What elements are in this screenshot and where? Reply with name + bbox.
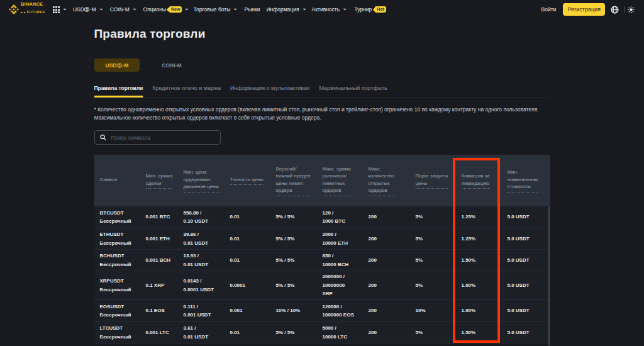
table-cell-3-4: 5% / 5% <box>270 271 317 299</box>
table-cell-1-4: 5% / 5% <box>270 228 317 249</box>
trading-rules-note: * Количество одновременно открытых услов… <box>94 106 550 122</box>
table-cell-2-5: 850 / 10000 BCH <box>317 250 363 271</box>
market-tabs: USDS-MCOIN-M <box>94 59 550 72</box>
nav-item-label: Опционы <box>143 6 166 13</box>
table-cell-0-7: 5% <box>410 206 456 228</box>
table-cell-4-4: 10% / 10% <box>270 300 317 321</box>
chevron-down-icon <box>132 7 137 12</box>
table-cell-4-5: 120000 / 1000000 EOS <box>317 300 363 321</box>
table-cell-2-0: BCHUSDT Бессрочный <box>94 250 140 271</box>
main-nav: USDS-MCOIN-MОпционыNewТорговые ботыРынки… <box>73 6 386 13</box>
table-cell-1-1: 0.001 ETH <box>140 228 178 249</box>
table-cell-0-2: 556.80 / 0.10 USDT <box>178 206 225 228</box>
language-button[interactable] <box>611 6 619 14</box>
nav-item-label: Турнир <box>355 6 372 13</box>
table-header-cell-5: Макс. сумма рыночных/ лимитных ордеров <box>317 165 363 196</box>
symbol-search-input[interactable] <box>111 135 214 141</box>
chevron-down-icon <box>233 7 238 12</box>
section-tab-1[interactable]: Кредитное плечо и маржа <box>152 84 221 98</box>
login-link[interactable]: Войти <box>541 6 557 13</box>
market-tab-1[interactable]: COIN-M <box>150 59 192 72</box>
table-cell-5-1: 0.001 LTC <box>140 322 178 343</box>
nav-item-2[interactable]: ОпционыNew <box>143 6 190 13</box>
table-header-cell-7: Порог защиты цены <box>410 172 456 189</box>
nav-badge-new: New <box>169 6 182 13</box>
table-header-cell-3: Точность цены <box>225 176 270 186</box>
table-cell-5-9: 5.0 USDT <box>502 322 550 343</box>
binance-futures-logo[interactable]: BINANCE FUTURES <box>9 2 45 18</box>
table-cell-0-9: 5.0 USDT <box>502 206 550 228</box>
table-vertical-scrollbar[interactable] <box>548 206 550 346</box>
table-cell-4-6: 200 <box>363 300 410 321</box>
table-cell-1-9: 5.0 USDT <box>502 228 550 249</box>
symbol-search-box[interactable] <box>94 130 221 145</box>
table-cell-0-1: 0.001 BTC <box>140 206 178 228</box>
chevron-down-icon <box>302 7 307 12</box>
table-header-cell-8: Комиссия за ликвидацию <box>456 172 502 189</box>
table-cell-5-7: 5% <box>410 322 456 343</box>
market-tab-0[interactable]: USDS-M <box>94 59 140 72</box>
table-row-4: EOSUSDT Бессрочный0.1 EOS0.111 / 0.001 U… <box>94 300 550 322</box>
table-cell-3-6: 200 <box>363 271 410 299</box>
section-tabs: Правила торговлиКредитное плечо и маржаИ… <box>94 84 550 98</box>
table-cell-5-2: 3.61 / 0.01 USDT <box>178 322 225 343</box>
page-title: Правила торговли <box>94 27 550 41</box>
table-cell-2-9: 5.0 USDT <box>502 250 550 271</box>
apps-grid-menu[interactable] <box>53 6 67 13</box>
topbar-left: BINANCE FUTURES USDS-MCOIN-MОпционыNewТо… <box>9 2 541 18</box>
table-row-0: BTCUSDT Бессрочный0.001 BTC556.80 / 0.10… <box>94 206 550 228</box>
register-button[interactable]: Регистрация <box>563 3 605 16</box>
table-cell-2-1: 0.001 BCH <box>140 250 178 271</box>
table-header-label: Макс. количество открытых ордеров <box>369 165 394 196</box>
table-cell-4-0: EOSUSDT Бессрочный <box>94 300 140 321</box>
section-tab-3[interactable]: Маржинальный портфель <box>319 84 387 98</box>
nav-item-label: USDS-M <box>73 6 96 13</box>
table-header-label: Мин. номинальная стоимость <box>508 169 538 193</box>
nav-item-6[interactable]: Активность <box>312 6 348 13</box>
table-cell-3-8: 1.00% <box>456 271 502 299</box>
table-cell-2-6: 200 <box>363 250 410 271</box>
nav-item-label: Рынки <box>245 6 260 13</box>
search-icon <box>100 134 106 141</box>
table-cell-5-4: 5% / 5% <box>270 322 317 343</box>
table-cell-4-7: 10% <box>410 300 456 321</box>
nav-item-5[interactable]: Информация <box>266 6 306 13</box>
nav-item-0[interactable]: USDS-M <box>73 6 104 13</box>
table-cell-4-9: 5.0 USDT <box>502 300 550 321</box>
theme-toggle-button[interactable] <box>628 6 635 13</box>
topbar-separator <box>625 6 625 13</box>
nav-item-1[interactable]: COIN-M <box>110 6 137 13</box>
table-cell-4-3: 0.001 <box>225 300 270 321</box>
table-header-label: Верхний/ нижний предел цены лимит- ордер… <box>276 165 311 196</box>
chevron-down-icon <box>99 7 104 12</box>
binance-logo-icon <box>9 4 19 14</box>
nav-item-7[interactable]: ТурнирHot <box>355 6 386 13</box>
table-row-5: LTCUSDT Бессрочный0.001 LTC3.61 / 0.01 U… <box>94 322 550 343</box>
table-cell-1-6: 200 <box>363 228 410 249</box>
table-cell-5-5: 5000 / 10000 LTC <box>317 322 363 343</box>
table-cell-3-9: 5.0 USDT <box>502 271 550 299</box>
table-header-cell-2: Мин. цена ордера/мин. движение цены <box>178 169 225 193</box>
table-cell-4-8: 1.00% <box>456 300 502 321</box>
section-tab-2[interactable]: Информация о мультиактивах <box>230 84 309 98</box>
logo-dots <box>21 7 26 17</box>
table-header-row: СимволМин. сумма сделкиМин. цена ордера/… <box>94 155 550 206</box>
note-line-2: Максимальное количество открытых ордеров… <box>94 114 550 122</box>
table-header-cell-4: Верхний/ нижний предел цены лимит- ордер… <box>270 165 317 196</box>
globe-icon <box>611 6 619 14</box>
nav-item-3[interactable]: Торговые боты <box>194 6 238 13</box>
table-cell-0-0: BTCUSDT Бессрочный <box>94 206 140 228</box>
nav-item-4[interactable]: Рынки <box>245 6 260 13</box>
topbar: BINANCE FUTURES USDS-MCOIN-MОпционыNewТо… <box>0 0 644 19</box>
table-header-label: Порог защиты цены <box>416 172 448 189</box>
table-header-label: Точность цены <box>230 176 264 186</box>
trading-rules-table: СимволМин. сумма сделкиМин. цена ордера/… <box>94 155 550 343</box>
table-cell-1-5: 2000 / 10000 ETH <box>317 228 363 249</box>
note-line-1: * Количество одновременно открытых услов… <box>94 106 550 114</box>
table-cell-1-8: 1.25% <box>456 228 502 249</box>
circled-s-icon: S <box>84 7 89 12</box>
section-tab-0[interactable]: Правила торговли <box>94 84 143 98</box>
table-cell-0-6: 200 <box>363 206 410 228</box>
table-header-label: Макс. сумма рыночных/ лимитных ордеров <box>323 165 351 196</box>
table-cell-2-8: 1.50% <box>456 250 502 271</box>
